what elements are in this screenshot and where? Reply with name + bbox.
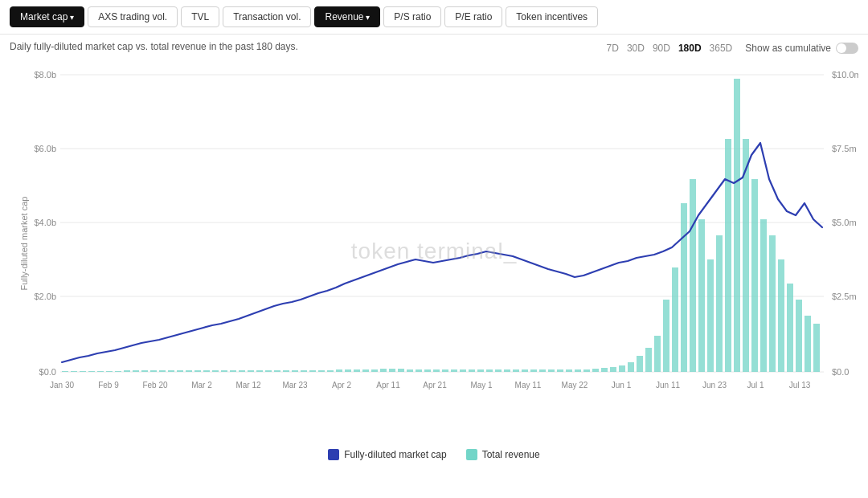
time-btn-365D[interactable]: 365D [710, 43, 733, 54]
svg-rect-20 [97, 371, 104, 372]
legend: Fully-diluted market capTotal revenue [10, 444, 858, 463]
svg-rect-72 [557, 369, 563, 372]
svg-text:$5.0m: $5.0m [832, 218, 857, 227]
time-btn-90D[interactable]: 90D [653, 43, 670, 54]
svg-rect-95 [760, 219, 767, 372]
svg-rect-53 [389, 369, 395, 372]
svg-text:Jul 1: Jul 1 [747, 381, 764, 390]
svg-rect-73 [566, 369, 572, 372]
top-nav: Market capAXS trading vol.TVLTransaction… [0, 0, 868, 35]
svg-rect-58 [433, 369, 440, 372]
nav-btn-axs-trading[interactable]: AXS trading vol. [88, 6, 178, 27]
svg-rect-26 [150, 370, 157, 372]
svg-text:Mar 23: Mar 23 [282, 381, 308, 390]
svg-rect-83 [654, 336, 661, 372]
cumulative-toggle[interactable] [836, 43, 858, 54]
nav-btn-revenue[interactable]: Revenue [314, 6, 380, 27]
svg-text:Mar 2: Mar 2 [191, 381, 212, 390]
nav-btn-ps-ratio[interactable]: P/S ratio [383, 6, 441, 27]
svg-rect-36 [239, 370, 245, 372]
legend-item: Total revenue [466, 449, 540, 460]
svg-rect-28 [168, 370, 174, 372]
svg-text:Jan 30: Jan 30 [50, 381, 74, 390]
time-btn-180D[interactable]: 180D [678, 43, 702, 54]
svg-rect-38 [256, 370, 263, 372]
svg-text:$4.0b: $4.0b [34, 218, 56, 227]
svg-rect-32 [203, 370, 210, 372]
svg-rect-33 [212, 370, 219, 372]
svg-rect-101 [813, 324, 820, 372]
svg-rect-52 [380, 369, 387, 372]
svg-text:Jun 1: Jun 1 [612, 381, 632, 390]
svg-rect-79 [619, 365, 625, 372]
time-btn-7D[interactable]: 7D [607, 43, 619, 54]
legend-item: Fully-diluted market cap [328, 449, 446, 460]
nav-btn-transaction-vol[interactable]: Transaction vol. [223, 6, 311, 27]
svg-rect-82 [645, 348, 652, 372]
svg-rect-84 [663, 300, 669, 372]
svg-rect-80 [628, 362, 634, 372]
svg-rect-47 [336, 369, 342, 372]
legend-label: Total revenue [482, 449, 540, 460]
svg-rect-54 [398, 369, 404, 372]
svg-rect-62 [469, 369, 475, 372]
nav-btn-tvl[interactable]: TVL [181, 6, 219, 27]
svg-rect-75 [583, 369, 590, 372]
svg-rect-30 [186, 370, 192, 372]
svg-text:$10.0m: $10.0m [832, 70, 858, 80]
svg-text:$7.5m: $7.5m [832, 144, 857, 153]
svg-rect-50 [362, 369, 369, 372]
svg-rect-97 [778, 259, 784, 372]
svg-text:Apr 2: Apr 2 [332, 381, 351, 390]
svg-rect-64 [486, 369, 493, 372]
svg-rect-92 [734, 79, 740, 372]
svg-rect-70 [539, 369, 546, 372]
svg-rect-68 [522, 369, 528, 372]
svg-text:Jun 11: Jun 11 [656, 381, 680, 390]
show-cumulative[interactable]: Show as cumulative [745, 43, 858, 54]
svg-text:Mar 12: Mar 12 [235, 381, 261, 390]
svg-rect-77 [601, 368, 608, 372]
svg-rect-94 [751, 179, 758, 372]
svg-rect-71 [548, 369, 555, 372]
svg-rect-65 [495, 369, 502, 372]
svg-text:May 22: May 22 [562, 381, 588, 390]
svg-rect-51 [371, 369, 378, 372]
svg-rect-41 [283, 370, 289, 372]
svg-text:Apr 11: Apr 11 [376, 381, 400, 390]
svg-text:May 11: May 11 [515, 381, 542, 390]
svg-rect-81 [637, 356, 643, 372]
svg-rect-89 [707, 259, 714, 372]
svg-rect-44 [309, 370, 316, 372]
svg-rect-98 [787, 284, 793, 372]
svg-rect-25 [141, 370, 148, 372]
svg-rect-35 [230, 370, 236, 372]
svg-rect-66 [504, 369, 510, 372]
svg-rect-100 [805, 316, 811, 372]
nav-btn-token-incentives[interactable]: Token incentives [506, 6, 598, 27]
svg-rect-22 [115, 371, 121, 372]
svg-rect-86 [681, 203, 687, 372]
svg-rect-59 [442, 369, 448, 372]
svg-rect-90 [716, 235, 723, 372]
svg-rect-48 [345, 369, 351, 372]
svg-rect-60 [451, 369, 457, 372]
nav-btn-market-cap[interactable]: Market cap [10, 6, 84, 27]
svg-text:$2.0b: $2.0b [34, 292, 56, 301]
svg-rect-16 [62, 371, 68, 372]
svg-rect-21 [106, 371, 113, 372]
chart-svg: $8.0b $6.0b $4.0b $2.0b $0.0 $10.0m $7.5… [10, 59, 858, 428]
svg-rect-17 [71, 371, 77, 372]
svg-rect-18 [80, 371, 86, 372]
subtitle: Daily fully-diluted market cap vs. total… [10, 41, 298, 52]
svg-rect-63 [477, 369, 484, 372]
time-btn-30D[interactable]: 30D [627, 43, 645, 54]
svg-rect-45 [318, 370, 325, 372]
svg-rect-19 [88, 371, 95, 372]
svg-text:$2.5m: $2.5m [832, 292, 857, 301]
nav-btn-pe-ratio[interactable]: P/E ratio [444, 6, 502, 27]
svg-rect-40 [274, 370, 280, 372]
svg-rect-78 [610, 367, 616, 372]
svg-rect-74 [575, 369, 581, 372]
svg-text:$6.0b: $6.0b [34, 144, 56, 153]
